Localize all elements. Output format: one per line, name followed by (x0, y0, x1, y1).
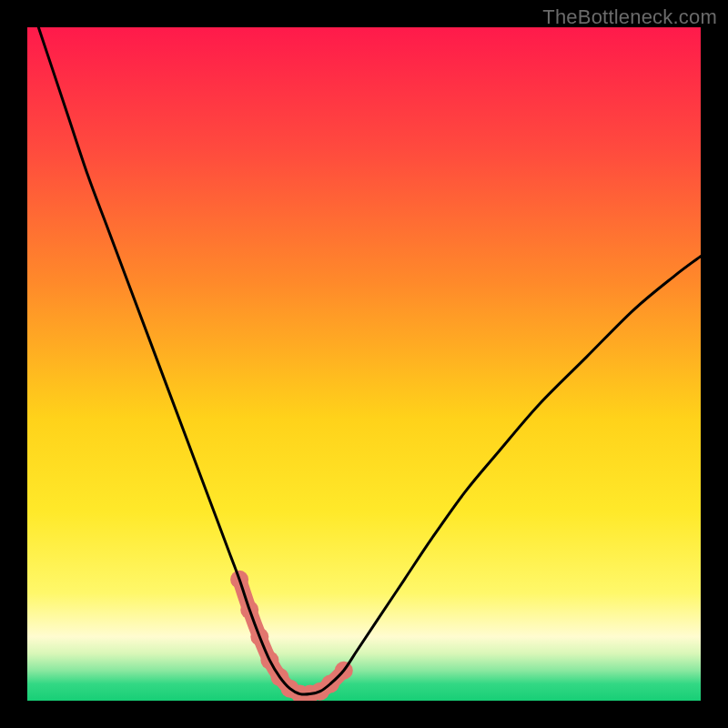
watermark-text: TheBottleneck.com (542, 5, 717, 29)
chart-frame: TheBottleneck.com (0, 0, 728, 728)
chart-background (27, 27, 701, 701)
chart-plot (27, 27, 701, 701)
chart-svg (27, 27, 701, 701)
